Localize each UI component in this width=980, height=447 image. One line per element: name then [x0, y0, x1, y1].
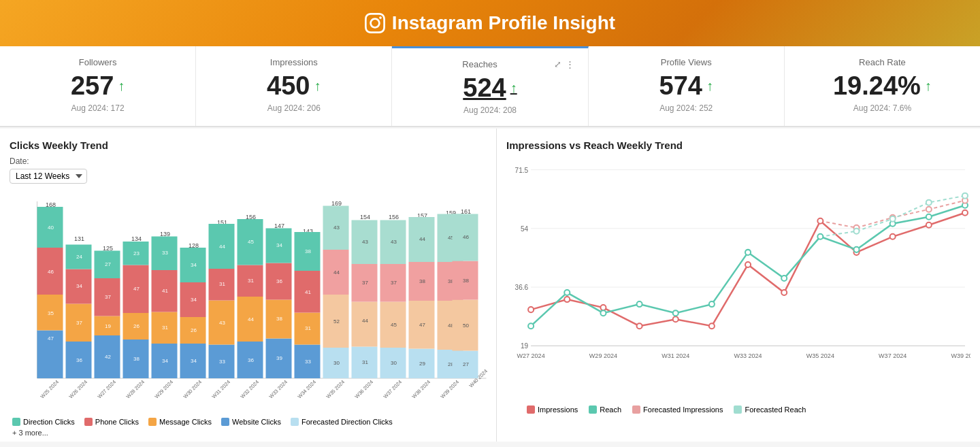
svg-point-180 — [600, 305, 606, 310]
bar-w36: 154 31 44 37 43 — [352, 214, 378, 378]
bar-w28: 134 38 26 47 23 — [123, 235, 149, 378]
forecasted-direction-label: Forecasted Direction Clicks — [301, 418, 393, 426]
bar-w31: 151 33 43 31 44 — [209, 219, 235, 378]
svg-text:26: 26 — [191, 327, 197, 333]
svg-point-192 — [564, 290, 570, 295]
svg-text:31: 31 — [362, 359, 368, 365]
metric-reaches-label: Reaches — [406, 59, 553, 69]
svg-text:37: 37 — [76, 320, 82, 326]
more-icon[interactable]: ⋮ — [566, 59, 574, 69]
svg-text:W25 2024: W25 2024 — [39, 379, 60, 400]
charts-row: Clicks Weekly Trend Date: Last 12 Weeks … — [0, 129, 980, 442]
svg-text:134: 134 — [131, 235, 142, 242]
svg-text:50: 50 — [463, 322, 469, 329]
svg-text:31: 31 — [162, 325, 168, 331]
svg-text:156: 156 — [389, 214, 399, 220]
bar-w32: 156 36 44 31 45 — [238, 214, 263, 378]
bar-w40: 161 27 50 38 46 — [453, 208, 478, 378]
svg-text:33: 33 — [219, 359, 225, 365]
svg-point-179 — [564, 297, 570, 302]
svg-text:34: 34 — [76, 283, 82, 289]
impressions-legend-color — [527, 405, 535, 414]
phone-color — [84, 418, 93, 426]
svg-rect-103 — [352, 302, 378, 347]
svg-text:W34 2024: W34 2024 — [296, 379, 317, 400]
svg-text:W38 2024: W38 2024 — [410, 379, 431, 400]
bar-chart: 168 47 35 46 40 131 — [10, 195, 489, 412]
svg-text:W27 2024: W27 2024 — [96, 379, 117, 400]
svg-text:43: 43 — [219, 320, 225, 326]
expand-icon[interactable]: ⤢ — [554, 59, 561, 69]
reaches-arrow: ↑ — [510, 80, 517, 96]
date-select[interactable]: Last 12 Weeks Last 4 Weeks Last 6 Months — [10, 169, 87, 184]
svg-text:30: 30 — [333, 360, 340, 366]
svg-point-190 — [962, 210, 968, 216]
svg-point-200 — [853, 247, 859, 252]
impressions-chart-title: Impressions vs Reach Weekly Trend — [506, 139, 970, 151]
svg-point-211 — [962, 193, 968, 199]
svg-point-199 — [817, 234, 823, 239]
svg-text:44: 44 — [219, 244, 225, 250]
svg-text:W29 2024: W29 2024 — [153, 379, 174, 400]
legend-forecasted-impressions: Forecasted Impressions — [632, 405, 723, 414]
website-label: Website Clicks — [232, 418, 281, 426]
line-chart: 71.5 54 36.6 19 W27 2024 W29 2024 W31 20… — [506, 156, 970, 401]
bar-w29: 139 34 31 41 33 — [152, 231, 178, 378]
svg-text:W31 2024: W31 2024 — [210, 379, 231, 400]
legend-message: Message Clicks — [148, 418, 212, 426]
svg-text:42: 42 — [105, 354, 111, 360]
bar-chart-svg: 168 47 35 46 40 131 — [10, 195, 489, 412]
legend-phone: Phone Clicks — [84, 418, 139, 426]
svg-text:45: 45 — [391, 322, 397, 328]
metric-reaches: Reaches ⤢ ⋮ 524 ↑ Aug 2024: 208 — [392, 46, 588, 126]
svg-text:43: 43 — [391, 239, 397, 245]
bar-w26: 131 36 37 34 24 — [66, 235, 92, 378]
metric-reach-rate: Reach Rate 19.24% ↑ Aug 2024: 7.6% — [785, 46, 980, 126]
direction-label: Direction Clicks — [23, 418, 75, 426]
svg-text:36: 36 — [248, 357, 254, 363]
legend-direction: Direction Clicks — [12, 418, 75, 426]
instagram-icon — [365, 13, 385, 33]
metric-reaches-value: 524 ↑ — [406, 73, 574, 103]
profile-views-arrow: ↑ — [706, 78, 713, 94]
phone-label: Phone Clicks — [95, 418, 139, 426]
svg-point-198 — [781, 276, 787, 281]
clicks-chart-title: Clicks Weekly Trend — [10, 139, 489, 151]
svg-text:W32 2024: W32 2024 — [239, 379, 260, 400]
svg-text:52: 52 — [333, 318, 340, 325]
svg-text:39: 39 — [276, 355, 282, 361]
legend-reach: Reach — [589, 405, 621, 414]
metric-profile-views-label: Profile Views — [602, 57, 770, 67]
svg-text:36: 36 — [76, 357, 82, 363]
svg-point-209 — [890, 216, 896, 222]
svg-text:45: 45 — [248, 239, 254, 245]
svg-text:W27 2024: W27 2024 — [517, 352, 545, 359]
bar-chart-legend: Direction Clicks Phone Clicks Message Cl… — [10, 418, 489, 426]
svg-point-182 — [673, 316, 679, 322]
svg-text:40: 40 — [48, 225, 54, 231]
metric-profile-views: Profile Views 574 ↑ Aug 2024: 252 — [589, 46, 785, 126]
svg-text:41: 41 — [305, 289, 311, 295]
line-chart-svg: 71.5 54 36.6 19 W27 2024 W29 2024 W31 20… — [506, 156, 970, 401]
svg-point-178 — [528, 307, 534, 312]
svg-text:38: 38 — [463, 278, 469, 284]
impressions-arrow: ↑ — [314, 78, 321, 94]
forecasted-reach-legend-label: Forecasted Reach — [745, 405, 806, 414]
impressions-legend-label: Impressions — [538, 405, 578, 414]
metric-impressions-value: 450 ↑ — [210, 71, 378, 101]
svg-text:W29 2024: W29 2024 — [589, 352, 617, 359]
svg-text:35: 35 — [48, 310, 54, 316]
svg-point-206 — [926, 207, 932, 212]
metrics-row: Followers 257 ↑ Aug 2024: 172 Impression… — [0, 46, 980, 127]
bar-w33: 147 39 38 36 34 — [266, 222, 292, 378]
svg-text:131: 131 — [74, 235, 84, 242]
bar-w27: 125 42 19 37 27 — [95, 245, 120, 378]
metric-reaches-sub: Aug 2024: 208 — [406, 105, 574, 115]
svg-text:31: 31 — [219, 281, 225, 287]
svg-text:43: 43 — [362, 239, 368, 245]
svg-point-188 — [890, 234, 896, 239]
svg-text:43: 43 — [333, 225, 340, 231]
svg-text:33: 33 — [305, 359, 311, 365]
more-link[interactable]: + 3 more... — [10, 429, 489, 437]
svg-text:47: 47 — [133, 286, 140, 292]
